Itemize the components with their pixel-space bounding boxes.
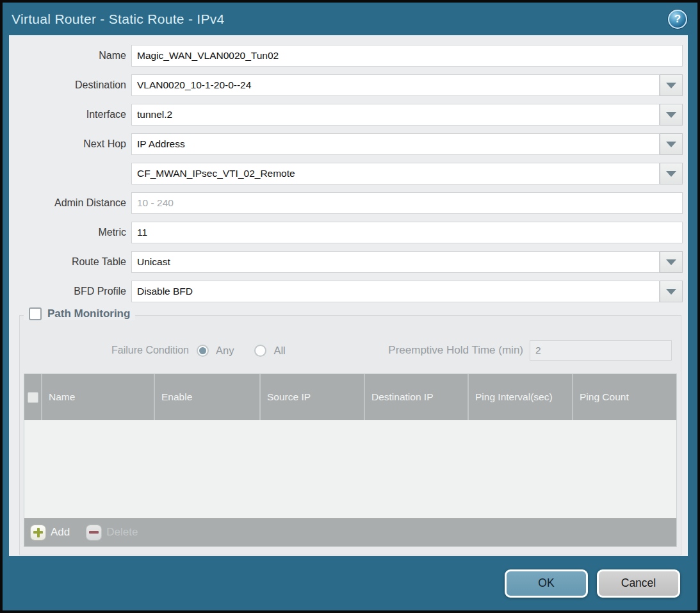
plus-icon <box>31 525 45 540</box>
preemptive-hold-time-group: Preemptive Hold Time (min) <box>388 340 672 361</box>
chevron-down-icon <box>666 259 676 265</box>
bfd-profile-label: BFD Profile <box>9 281 131 302</box>
static-route-form: Name Destination Interface <box>9 35 688 302</box>
failure-condition-label: Failure Condition <box>20 345 197 356</box>
admin-distance-input[interactable] <box>131 192 683 214</box>
destination-label: Destination <box>9 74 131 96</box>
failure-condition-all-label: All <box>273 345 285 357</box>
path-monitoring-legend: Path Monitoring <box>24 307 135 320</box>
name-input[interactable] <box>131 45 683 67</box>
interface-label: Interface <box>9 104 131 126</box>
table-header-row: Name Enable Source IP Destination IP Pin… <box>24 374 676 420</box>
name-label: Name <box>9 45 131 67</box>
bfd-profile-input[interactable] <box>131 281 660 302</box>
failure-condition-any-radio[interactable] <box>197 345 209 357</box>
table-header-destination-ip: Destination IP <box>365 374 469 420</box>
chevron-down-icon <box>666 83 676 88</box>
dialog-titlebar: Virtual Router - Static Route - IPv4 ? <box>3 3 697 35</box>
route-table-input[interactable] <box>131 251 660 273</box>
form-row-route-table: Route Table <box>9 251 688 273</box>
admin-distance-label: Admin Distance <box>9 192 131 214</box>
dialog-footer: OK Cancel <box>3 556 697 610</box>
failure-condition-all-radio[interactable] <box>254 345 266 357</box>
minus-icon <box>86 525 101 540</box>
interface-input[interactable] <box>131 104 660 126</box>
next-hop-address-dropdown-button[interactable] <box>660 163 683 184</box>
help-glyph: ? <box>674 13 681 26</box>
preemptive-hold-time-input[interactable] <box>530 340 672 361</box>
metric-input[interactable] <box>131 222 683 243</box>
form-row-metric: Metric <box>9 222 688 243</box>
route-table-dropdown-button[interactable] <box>660 251 683 273</box>
interface-dropdown-button[interactable] <box>660 104 683 126</box>
form-row-admin-distance: Admin Distance <box>9 192 688 214</box>
form-row-next-hop-address <box>9 163 688 184</box>
preemptive-hold-time-label: Preemptive Hold Time (min) <box>388 344 530 357</box>
table-header-ping-interval: Ping Interval(sec) <box>469 374 573 420</box>
dialog-body: Name Destination Interface <box>9 35 688 556</box>
next-hop-label: Next Hop <box>9 133 131 155</box>
radio-dot <box>199 347 206 354</box>
ok-button[interactable]: OK <box>505 569 588 598</box>
table-header-enable: Enable <box>155 374 261 420</box>
next-hop-type-dropdown-button[interactable] <box>660 133 683 155</box>
failure-condition-radio-group: Any All <box>197 345 286 357</box>
next-hop-address-input[interactable] <box>131 163 660 184</box>
next-hop-type-input[interactable] <box>131 133 660 155</box>
form-row-name: Name <box>9 45 688 67</box>
delete-button[interactable]: Delete <box>86 525 138 540</box>
path-monitoring-title: Path Monitoring <box>47 307 130 320</box>
delete-button-label: Delete <box>106 526 138 539</box>
metric-label: Metric <box>9 222 131 243</box>
table-header-source-ip: Source IP <box>261 374 365 420</box>
table-header-name: Name <box>42 374 155 420</box>
route-table-label: Route Table <box>9 251 131 273</box>
table-header-checkbox-cell <box>24 374 42 420</box>
select-all-checkbox[interactable] <box>28 392 38 403</box>
chevron-down-icon <box>666 112 676 118</box>
form-row-interface: Interface <box>9 104 688 126</box>
path-monitoring-checkbox[interactable] <box>29 307 42 320</box>
dialog-title: Virtual Router - Static Route - IPv4 <box>12 12 225 27</box>
dialog-window: Virtual Router - Static Route - IPv4 ? N… <box>3 3 697 610</box>
next-hop-address-label <box>9 163 131 184</box>
path-monitoring-fieldset: Path Monitoring Failure Condition Any Al… <box>19 315 681 555</box>
bfd-profile-dropdown-button[interactable] <box>660 281 683 302</box>
failure-condition-row: Failure Condition Any All Preemptive Hol… <box>20 340 681 361</box>
add-button-label: Add <box>51 526 70 539</box>
chevron-down-icon <box>666 171 676 177</box>
form-row-next-hop: Next Hop <box>9 133 688 155</box>
form-row-bfd-profile: BFD Profile <box>9 281 688 302</box>
table-body-empty <box>24 420 676 518</box>
table-header-ping-count: Ping Count <box>573 374 676 420</box>
path-monitoring-table: Name Enable Source IP Destination IP Pin… <box>24 373 677 547</box>
table-toolbar: Add Delete <box>24 518 676 546</box>
failure-condition-any-label: Any <box>216 345 234 357</box>
destination-dropdown-button[interactable] <box>660 74 683 96</box>
chevron-down-icon <box>666 289 676 295</box>
help-icon[interactable]: ? <box>668 10 687 29</box>
chevron-down-icon <box>666 142 676 147</box>
form-row-destination: Destination <box>9 74 688 96</box>
cancel-button[interactable]: Cancel <box>597 569 680 598</box>
add-button[interactable]: Add <box>31 525 70 540</box>
destination-input[interactable] <box>131 74 660 96</box>
